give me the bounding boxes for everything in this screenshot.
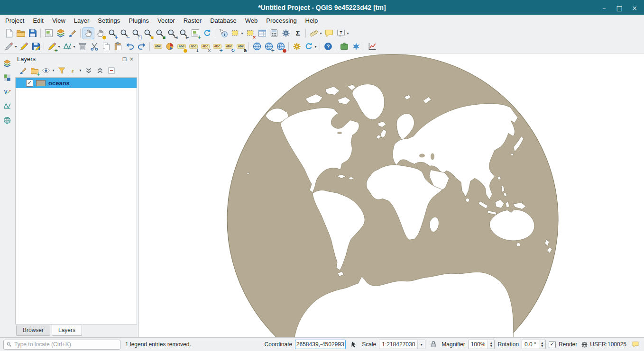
show-hide-labels-button[interactable]: ×	[199, 41, 211, 53]
new-map-view-button[interactable]: +	[189, 27, 201, 39]
minimize-button[interactable]: –	[598, 2, 611, 13]
move-label-button[interactable]: +	[211, 41, 223, 53]
map-canvas[interactable]	[138, 54, 644, 338]
quickmapservices-button[interactable]: ●	[275, 41, 286, 53]
add-mesh-layer-button[interactable]	[1, 100, 13, 112]
identify-features-button[interactable]	[217, 27, 229, 39]
tab-layers[interactable]: Layers	[52, 325, 82, 336]
tab-browser[interactable]: Browser	[16, 325, 50, 336]
expand-all-button[interactable]	[83, 65, 94, 76]
layer-name[interactable]: oceans	[48, 80, 70, 87]
rotation-spinbox[interactable]: 0.0 ° ▲ ▼	[522, 340, 546, 349]
toggle-editing-button[interactable]	[18, 41, 30, 53]
filter-by-expression-dropdown[interactable]: ▾	[78, 64, 83, 76]
statistical-summary-button[interactable]	[292, 27, 304, 39]
crs-button[interactable]: USER:100025	[580, 341, 627, 348]
vertex-tool-button[interactable]	[61, 41, 73, 53]
extents-toggle-button[interactable]	[349, 339, 359, 350]
locate-search[interactable]: Type to locate (Ctrl+K)	[3, 340, 120, 350]
zoom-in-button[interactable]: +	[106, 27, 118, 39]
rotation-spin-arrows[interactable]: ▲ ▼	[539, 340, 545, 349]
style-manager-button[interactable]	[66, 27, 78, 39]
current-edits-button[interactable]	[3, 41, 15, 53]
deselect-features-button[interactable]: ×	[244, 27, 256, 39]
open-layer-styling-button[interactable]	[18, 65, 28, 76]
new-project-button[interactable]	[3, 27, 15, 39]
pan-to-selection-button[interactable]: ●	[94, 27, 106, 39]
open-project-button[interactable]	[15, 27, 27, 39]
paste-features-button[interactable]	[112, 41, 124, 53]
options-button[interactable]	[280, 27, 292, 39]
processing-history-button[interactable]	[303, 41, 314, 53]
menu-settings[interactable]: Settings	[93, 16, 124, 26]
menu-plugins[interactable]: Plugins	[124, 16, 153, 26]
data-source-manager-button[interactable]	[1, 57, 13, 70]
text-annotation-button[interactable]	[335, 27, 347, 39]
add-raster-layer-button[interactable]	[1, 72, 13, 84]
delete-selected-button[interactable]	[76, 41, 88, 53]
close-button[interactable]: ×	[628, 2, 641, 13]
magnifier-spin-arrows[interactable]: ▲ ▼	[488, 340, 494, 349]
zoom-full-button[interactable]: □	[130, 27, 142, 39]
messages-button[interactable]	[630, 339, 641, 350]
scale-dropdown-arrow[interactable]: ▾	[417, 340, 425, 349]
rotate-label-button[interactable]: ↻	[223, 41, 235, 53]
layer-diagram-options-button[interactable]	[164, 41, 175, 53]
menu-processing[interactable]: Processing	[262, 16, 301, 26]
spin-down-icon[interactable]: ▼	[541, 344, 543, 347]
menu-help[interactable]: Help	[301, 16, 322, 26]
help-contents-button[interactable]	[322, 41, 334, 53]
layer-labeling-options-button[interactable]	[152, 41, 164, 53]
measure-line-button[interactable]	[308, 27, 320, 39]
zoom-next-button[interactable]: ►	[177, 27, 189, 39]
panel-close-button[interactable]: ×	[128, 55, 135, 63]
coordinate-input[interactable]: 2658439,-4502993	[295, 340, 346, 349]
magnifier-spinbox[interactable]: 100% ▲ ▼	[468, 340, 495, 349]
open-attribute-table-button[interactable]	[256, 27, 268, 39]
menu-vector[interactable]: Vector	[153, 16, 179, 26]
menu-view[interactable]: View	[48, 16, 70, 26]
metasearch-button[interactable]	[251, 41, 263, 53]
menu-edit[interactable]: Edit	[28, 16, 47, 26]
copy-features-button[interactable]	[100, 41, 112, 53]
geocoder-search-button[interactable]: +	[263, 41, 275, 53]
add-group-button[interactable]: +	[29, 65, 40, 76]
panel-float-button[interactable]: □	[121, 55, 128, 63]
undo-button[interactable]	[124, 41, 136, 53]
change-label-button[interactable]: a	[235, 41, 247, 53]
render-checkbox[interactable]: ✓	[549, 341, 556, 348]
collapse-all-button[interactable]	[95, 65, 105, 76]
select-features-button[interactable]	[229, 27, 241, 39]
spin-down-icon[interactable]: ▼	[490, 344, 493, 347]
add-vector-layer-button[interactable]	[1, 86, 13, 98]
highlight-pinned-labels-button[interactable]: ●	[175, 41, 187, 53]
add-wms-layer-button[interactable]	[1, 114, 13, 126]
layer-row[interactable]: ✓oceans	[16, 78, 137, 88]
zoom-to-layer-button[interactable]: ▪	[154, 27, 166, 39]
manage-map-themes-dropdown[interactable]: ▾	[51, 64, 55, 76]
menu-layer[interactable]: Layer	[70, 16, 94, 26]
save-layer-edits-button[interactable]	[30, 41, 42, 53]
plugin-quickmapservices-button[interactable]	[350, 41, 362, 53]
add-feature-button[interactable]: +	[46, 41, 58, 53]
magnifier-lock-button[interactable]	[428, 339, 439, 350]
pin-unpin-labels-button[interactable]: ↓	[187, 41, 199, 53]
menu-raster[interactable]: Raster	[179, 16, 206, 26]
plugin-python-console-button[interactable]	[338, 41, 350, 53]
refresh-map-button[interactable]	[201, 27, 213, 39]
manage-map-themes-button[interactable]	[41, 65, 51, 76]
scale-combo[interactable]: 1:218427030 ▾	[379, 340, 425, 349]
save-project-button[interactable]	[27, 27, 38, 39]
remove-layer-button[interactable]	[106, 65, 117, 76]
field-calculator-button[interactable]	[268, 27, 280, 39]
menu-project[interactable]: Project	[1, 16, 28, 26]
zoom-out-button[interactable]: −	[118, 27, 130, 39]
redo-button[interactable]	[136, 41, 147, 53]
map-tips-button[interactable]	[323, 27, 335, 39]
filter-legend-button[interactable]	[56, 65, 67, 76]
show-layout-manager-button[interactable]	[55, 27, 66, 39]
pan-map-button[interactable]	[83, 27, 94, 39]
menu-database[interactable]: Database	[206, 16, 241, 26]
layer-checkbox[interactable]: ✓	[26, 80, 33, 87]
elevation-profile-button[interactable]	[366, 41, 378, 53]
